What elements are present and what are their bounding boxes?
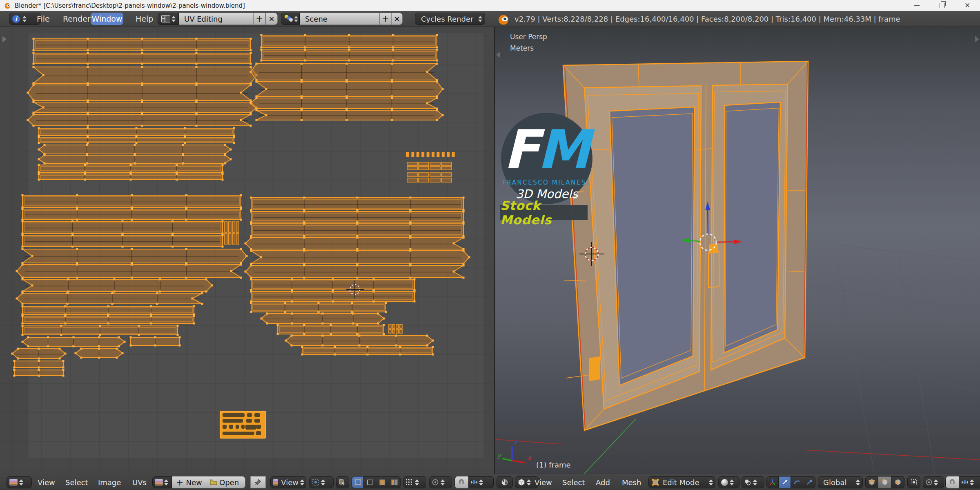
pivot-center-icon: [312, 479, 319, 486]
updown-arrows-icon: [730, 479, 734, 486]
image-icon: [155, 479, 163, 486]
updown-arrows-icon: [856, 479, 860, 486]
vp-menu-view[interactable]: View: [535, 476, 552, 488]
uv-select-mode-vertex[interactable]: [352, 476, 364, 488]
updown-arrows-icon: [19, 479, 23, 486]
scene-icon-button[interactable]: [281, 13, 300, 25]
region-corner-arrow-icon[interactable]: [496, 51, 500, 58]
snap-element-icon: [470, 479, 478, 486]
vp-menu-add[interactable]: Add: [596, 476, 610, 488]
updown-arrows-icon: [970, 479, 974, 486]
close-button[interactable]: ✕: [955, 0, 980, 11]
uv-menu-view[interactable]: View: [38, 476, 55, 488]
svg-text:x: x: [528, 454, 532, 461]
island-mode-icon: [391, 479, 398, 486]
menu-help[interactable]: Help: [131, 13, 158, 25]
shading-sphere-icon: [721, 479, 728, 486]
image-new-button[interactable]: + New: [172, 476, 206, 488]
updown-arrows-icon: [478, 16, 482, 22]
uv-snap-element-selector[interactable]: [468, 476, 494, 488]
plus-icon: +: [176, 477, 183, 488]
uv-display-mode-selector[interactable]: View: [270, 476, 306, 488]
vp-menu-mesh[interactable]: Mesh: [622, 476, 641, 488]
menu-render[interactable]: Render: [58, 13, 96, 25]
mesh-select-mode-edge[interactable]: [878, 476, 891, 488]
uv-menu-image[interactable]: Image: [98, 476, 121, 488]
pivot-point-selector[interactable]: [742, 476, 764, 488]
menu-window[interactable]: Window: [91, 13, 123, 25]
viewport-editor-type-button[interactable]: [497, 476, 513, 488]
restore-button[interactable]: [929, 0, 955, 11]
delete-scene-button[interactable]: ✕: [391, 13, 403, 25]
scene-statistics: v2.79 | Verts:8,228/8,228 | Edges:16,400…: [514, 11, 900, 27]
updown-arrows-icon: [753, 479, 757, 486]
viewport-header-bar: View Select Add Mesh Edit Mode: [495, 474, 980, 490]
uv-select-mode-face[interactable]: [376, 476, 388, 488]
occlude-geometry-icon: [910, 479, 918, 486]
uv-sticky-selection-selector[interactable]: [403, 476, 426, 488]
edit-mode-icon: [652, 479, 659, 486]
transform-orientation-selector[interactable]: Global: [818, 476, 863, 488]
manipulator-scale[interactable]: [803, 476, 815, 488]
vp-menu-select[interactable]: Select: [562, 476, 585, 488]
manipulator-rotate[interactable]: [791, 476, 803, 488]
mesh-select-mode-face[interactable]: [891, 476, 904, 488]
uv-menu-select[interactable]: Select: [65, 476, 88, 488]
uv-canvas[interactable]: [0, 27, 495, 474]
uv-editor-region[interactable]: [0, 27, 495, 474]
add-layout-button[interactable]: +: [253, 13, 265, 25]
svg-text:y: y: [497, 452, 502, 459]
interaction-mode-selector[interactable]: Edit Mode: [648, 476, 715, 488]
screen-layout-icon: [161, 15, 170, 22]
vp-proportional-edit-selector[interactable]: [923, 476, 944, 488]
image-icon: [273, 479, 278, 486]
uv-editor-type-button[interactable]: [7, 476, 32, 488]
uv-proportional-edit-selector[interactable]: [429, 476, 452, 488]
snap-element-icon: [961, 479, 969, 486]
delete-layout-button[interactable]: ✕: [265, 13, 278, 25]
close-icon: ✕: [964, 2, 970, 9]
image-open-button[interactable]: Open: [206, 476, 245, 488]
updown-arrows-icon: [479, 479, 483, 486]
menu-file[interactable]: File: [32, 13, 55, 25]
uv-editor-header-bar: View Select Image UVs + New Open: [0, 474, 495, 490]
uv-sync-selection-toggle[interactable]: [336, 476, 349, 488]
region-corner-arrow-icon[interactable]: [975, 36, 979, 42]
uv-select-mode-edge[interactable]: [364, 476, 376, 488]
watermark-initials: F M: [503, 129, 590, 173]
updown-arrows-icon: [22, 16, 27, 22]
face-mode-icon: [379, 479, 386, 486]
manipulator-translate[interactable]: [779, 476, 791, 488]
render-engine-selector[interactable]: Cycles Render: [415, 13, 485, 25]
proportional-edit-icon: [925, 479, 933, 486]
viewport-3d-region[interactable]: zxy F M FRANCESCO MILANESE 3D Models Sto…: [495, 27, 980, 474]
minimize-icon: [914, 5, 920, 6]
region-splitter[interactable]: [494, 27, 495, 490]
limit-to-visible-toggle[interactable]: [907, 476, 920, 488]
mesh-select-mode-vertex[interactable]: [865, 476, 878, 488]
manipulator-toggle[interactable]: [766, 476, 779, 488]
screen-layout-icon-button[interactable]: [158, 13, 179, 25]
blender-window: Blender* [C:\Users\franc\Desktop\2-panel…: [0, 0, 980, 490]
pin-icon: [254, 479, 262, 486]
region-corner-arrow-icon[interactable]: [2, 36, 7, 42]
image-pin-button[interactable]: [250, 476, 266, 488]
uv-menu-uvs[interactable]: UVs: [132, 476, 147, 488]
uv-select-mode-island[interactable]: [388, 476, 401, 488]
viewport-canvas[interactable]: zxy: [495, 27, 980, 474]
add-scene-button[interactable]: +: [380, 13, 391, 25]
minimize-button[interactable]: [904, 0, 929, 11]
viewport-shading-selector[interactable]: [718, 476, 739, 488]
uv-pivot-selector[interactable]: [309, 476, 334, 488]
screen-layout-name-field[interactable]: UV Editing: [179, 13, 253, 25]
magnet-icon: [458, 479, 465, 486]
vp-snap-element-selector[interactable]: [959, 476, 980, 488]
scene-name-field[interactable]: Scene: [300, 13, 380, 25]
title-bar[interactable]: Blender* [C:\Users\franc\Desktop\2-panel…: [0, 0, 980, 11]
face-cube-icon: [894, 479, 902, 486]
uv-snap-toggle[interactable]: [454, 476, 468, 488]
axes-icon: [769, 479, 776, 486]
vp-snap-toggle[interactable]: [945, 476, 959, 488]
updown-arrows-icon: [527, 479, 531, 486]
image-browse-button[interactable]: [152, 476, 172, 488]
